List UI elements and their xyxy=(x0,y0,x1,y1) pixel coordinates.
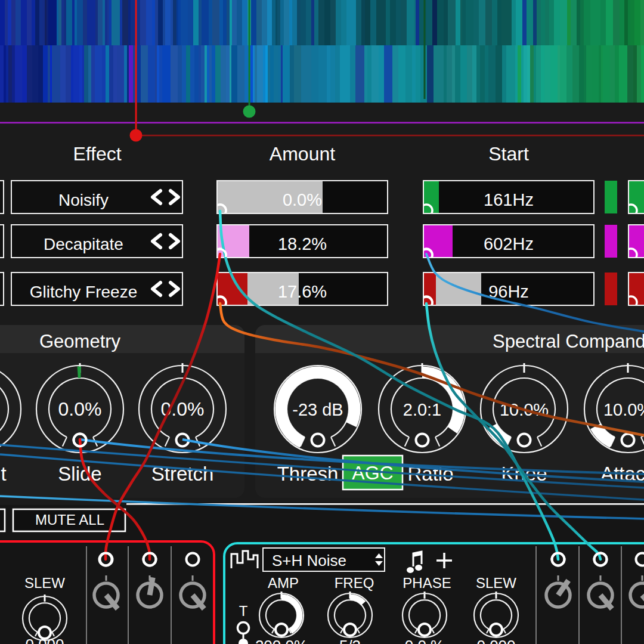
svg-text:0.000: 0.000 xyxy=(25,636,64,644)
svg-text:Start: Start xyxy=(488,143,529,165)
svg-text:Decapitate: Decapitate xyxy=(44,235,123,253)
svg-text:Geometry: Geometry xyxy=(39,331,121,352)
svg-text:T: T xyxy=(239,603,248,619)
svg-text:Glitchy Freeze: Glitchy Freeze xyxy=(30,283,138,301)
svg-text:0.0%: 0.0% xyxy=(283,190,322,209)
svg-text:200.0%: 200.0% xyxy=(255,637,308,644)
svg-text:Slide: Slide xyxy=(58,463,101,485)
svg-text:AMP: AMP xyxy=(268,575,299,591)
svg-text:Effect: Effect xyxy=(73,143,121,165)
svg-text:0.0%: 0.0% xyxy=(58,398,102,420)
svg-text:0.000: 0.000 xyxy=(476,637,515,644)
svg-text:10.0%: 10.0% xyxy=(603,400,644,419)
svg-text:S+H Noise: S+H Noise xyxy=(272,552,346,569)
svg-text:Spectral Compander: Spectral Compander xyxy=(493,331,644,352)
svg-text:17.6%: 17.6% xyxy=(278,282,327,301)
svg-text:0.0 %: 0.0 % xyxy=(405,637,445,644)
svg-text:18.2%: 18.2% xyxy=(278,234,327,253)
svg-text:5/3: 5/3 xyxy=(339,637,361,644)
svg-text:Amount: Amount xyxy=(270,143,335,165)
svg-text:602Hz: 602Hz xyxy=(484,234,534,253)
svg-text:SLEW: SLEW xyxy=(476,575,516,591)
svg-text:FREQ: FREQ xyxy=(335,575,374,591)
svg-text:161Hz: 161Hz xyxy=(484,190,534,209)
svg-text:MUTE ALL: MUTE ALL xyxy=(35,512,104,528)
svg-text:t: t xyxy=(1,463,6,485)
svg-text:2.0:1: 2.0:1 xyxy=(403,400,442,419)
svg-text:-23 dB: -23 dB xyxy=(292,400,343,419)
svg-text:PHASE: PHASE xyxy=(402,575,451,591)
svg-text:SLEW: SLEW xyxy=(24,575,65,591)
svg-text:Noisify: Noisify xyxy=(58,191,109,209)
